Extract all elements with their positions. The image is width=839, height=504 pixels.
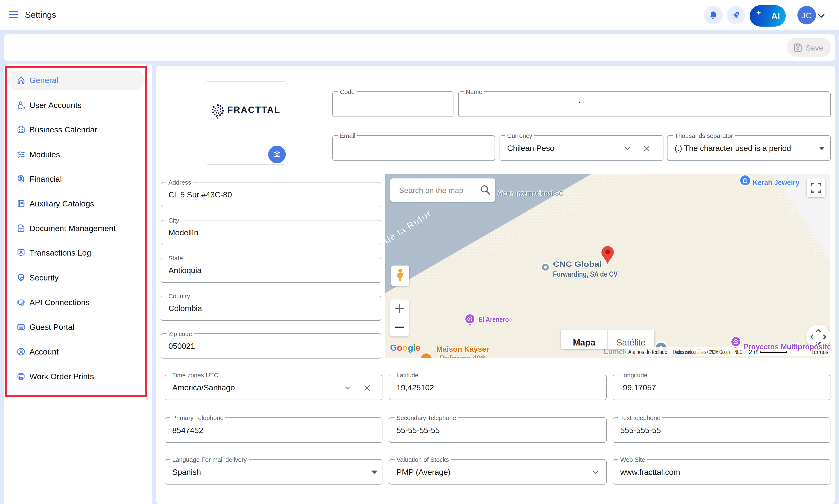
- svg-text:El Arenero: El Arenero: [478, 315, 509, 324]
- svg-text:Search on the map: Search on the map: [399, 186, 463, 195]
- svg-text:g: g: [408, 343, 413, 353]
- svg-text:Maison Kayser: Maison Kayser: [436, 345, 489, 353]
- svg-text:Mapa: Mapa: [573, 338, 596, 347]
- svg-text:o: o: [403, 343, 408, 353]
- svg-text:Reforma 408: Reforma 408: [440, 354, 485, 358]
- svg-text:Proyectos Multipropósito: Proyectos Multipropósito: [743, 342, 831, 351]
- svg-text:Satélite: Satélite: [616, 338, 646, 347]
- svg-text:Kerah Jewelry: Kerah Jewelry: [753, 178, 799, 187]
- svg-text:Atalhos do teclado: Atalhos do teclado: [628, 348, 667, 355]
- svg-text:o: o: [397, 343, 403, 353]
- svg-text:Dados cartográficos ©2026 Goog: Dados cartográficos ©2026 Google, INEGI: [673, 348, 743, 355]
- svg-text:CNC Global: CNC Global: [553, 260, 602, 268]
- svg-text:G: G: [390, 343, 397, 353]
- svg-text:Forwarding, SA de CV: Forwarding, SA de CV: [553, 270, 618, 278]
- svg-text:Aicon Internacional SC: Aicon Internacional SC: [497, 190, 563, 197]
- svg-text:l: l: [413, 343, 415, 353]
- svg-text:e: e: [415, 343, 421, 353]
